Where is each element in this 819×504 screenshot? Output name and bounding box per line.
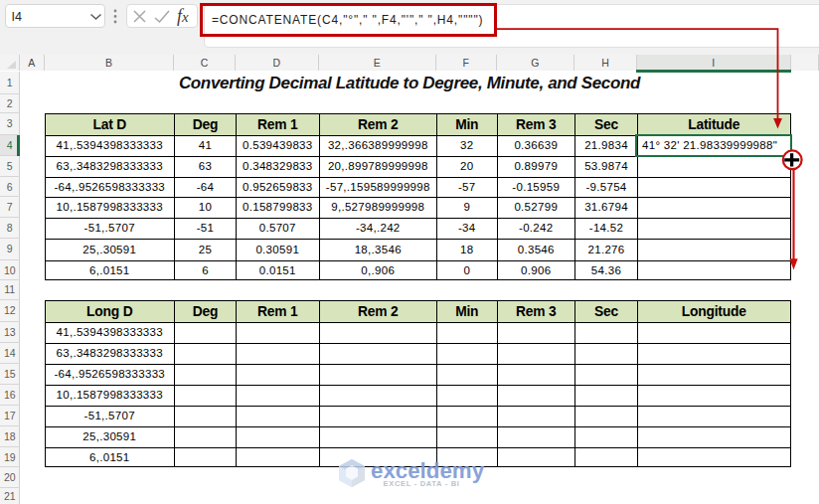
svg-text:EXCEL - DATA - BI: EXCEL - DATA - BI <box>384 479 460 488</box>
